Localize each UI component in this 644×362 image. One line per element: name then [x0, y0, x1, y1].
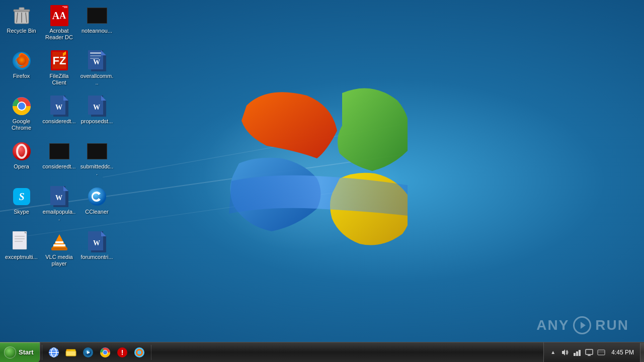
- filezilla-label: FileZilla Client: [42, 73, 76, 86]
- desktop-icon-overallcomm[interactable]: W overallcomm...: [78, 48, 116, 93]
- svg-text:S: S: [19, 191, 24, 202]
- ccleaner-label: CCleaner: [85, 209, 108, 215]
- desktop-icon-exceptmulti[interactable]: exceptmulti...: [3, 229, 40, 274]
- svg-rect-45: [53, 244, 65, 246]
- svg-text:W: W: [55, 194, 62, 202]
- svg-rect-46: [55, 241, 63, 243]
- svg-marker-36: [63, 186, 68, 191]
- acrobat-label: Acrobat Reader DC: [42, 28, 76, 41]
- consideredt2-label: consideredt...: [42, 163, 75, 170]
- desktop-icons-area: Recycle Bin A Acrobat Reader DC noteanno…: [3, 3, 116, 274]
- start-label: Start: [19, 348, 34, 356]
- show-desktop-button[interactable]: [640, 343, 644, 362]
- submitteddc-label: submitteddc...: [80, 163, 114, 176]
- svg-text:!: !: [121, 348, 123, 356]
- svg-rect-38: [13, 231, 27, 249]
- tray-notification-icon[interactable]: [596, 347, 606, 357]
- acrobat-icon: A: [49, 6, 69, 26]
- tray-expand-icon[interactable]: ▲: [548, 347, 558, 357]
- desktop-icon-skype[interactable]: S Skype: [3, 184, 40, 229]
- recycle-bin-label: Recycle Bin: [7, 28, 36, 34]
- consideredt1-label: consideredt...: [42, 118, 75, 125]
- desktop-icon-consideredt2[interactable]: consideredt...: [40, 138, 78, 184]
- svg-rect-75: [586, 349, 593, 354]
- desktop-icon-ccleaner[interactable]: CCleaner: [78, 184, 116, 229]
- svg-rect-59: [66, 351, 76, 356]
- proposedst-icon: W: [87, 96, 107, 116]
- desktop-icon-noteannounce[interactable]: noteannou...: [78, 3, 116, 48]
- tray-network-icon[interactable]: [572, 347, 582, 357]
- desktop-icon-recycle-bin[interactable]: Recycle Bin: [3, 3, 40, 48]
- taskbar-quick-launch: !: [44, 344, 149, 360]
- skype-icon: S: [12, 187, 32, 207]
- overallcomm-label: overallcomm...: [80, 73, 114, 86]
- svg-text:W: W: [93, 239, 100, 247]
- desktop-icon-vlc[interactable]: VLC media player: [40, 229, 78, 274]
- svg-rect-72: [574, 353, 576, 356]
- svg-point-37: [88, 188, 106, 206]
- anyrun-text: ANY: [536, 317, 569, 333]
- overallcomm-icon: W: [87, 51, 107, 71]
- svg-marker-71: [562, 349, 565, 355]
- forumcontri-icon: W: [87, 232, 107, 252]
- desktop-icon-submitteddc[interactable]: submitteddc...: [78, 138, 116, 184]
- svg-marker-51: [101, 231, 106, 236]
- svg-rect-47: [51, 247, 67, 250]
- svg-rect-73: [576, 351, 578, 356]
- svg-text:FZ: FZ: [52, 54, 66, 67]
- noteannounce-label: noteannou...: [82, 28, 112, 34]
- taskbar-firefox-icon[interactable]: [131, 344, 147, 360]
- system-clock[interactable]: 4:45 PM: [608, 349, 637, 356]
- svg-rect-2: [19, 8, 24, 10]
- forumcontri-label: forumcontri...: [80, 254, 113, 260]
- desktop-icon-filezilla[interactable]: FZ FileZilla Client: [40, 48, 78, 93]
- vlc-icon: [49, 232, 69, 252]
- taskbar-separator-1: [42, 345, 42, 360]
- desktop-icon-chrome[interactable]: Google Chrome: [3, 93, 40, 138]
- skype-label: Skype: [14, 209, 29, 215]
- desktop: ANY RUN Recycle Bin A: [0, 0, 644, 362]
- exceptmulti-label: exceptmulti...: [5, 254, 38, 260]
- taskbar-chrome-icon[interactable]: [97, 344, 113, 360]
- svg-text:W: W: [55, 104, 62, 111]
- taskbar-explorer-icon[interactable]: [63, 344, 79, 360]
- recycle-bin-icon: [12, 6, 32, 26]
- emailpopula-icon: W: [49, 187, 69, 207]
- svg-rect-12: [90, 52, 101, 54]
- anyrun-watermark: ANY RUN: [536, 316, 629, 334]
- tray-volume-icon[interactable]: [560, 347, 570, 357]
- desktop-icon-proposedst[interactable]: W proposedst...: [78, 93, 116, 138]
- taskbar-separator-2: [151, 345, 151, 360]
- opera-label: Opera: [14, 163, 29, 170]
- svg-rect-74: [579, 350, 581, 356]
- desktop-icon-consideredt1[interactable]: W consideredt...: [40, 93, 78, 138]
- taskbar-media-player-icon[interactable]: [80, 344, 96, 360]
- consideredt1-icon: W: [49, 96, 69, 116]
- svg-rect-78: [598, 350, 605, 355]
- svg-marker-17: [101, 50, 106, 55]
- taskbar-ie-icon[interactable]: [46, 344, 62, 360]
- taskbar-stop-icon[interactable]: !: [114, 344, 130, 360]
- clock-time: 4:45 PM: [611, 349, 634, 356]
- svg-text:W: W: [93, 58, 100, 66]
- ccleaner-icon: [87, 187, 107, 207]
- emailpopula-label: emailpopula...: [42, 209, 76, 222]
- submitteddc-icon: [87, 141, 107, 161]
- proposedst-label: proposedst...: [81, 118, 113, 125]
- svg-point-70: [137, 350, 141, 354]
- filezilla-icon: FZ: [49, 51, 69, 71]
- desktop-icon-opera[interactable]: Opera: [3, 138, 40, 184]
- desktop-icon-firefox[interactable]: Firefox: [3, 48, 40, 93]
- firefox-label: Firefox: [13, 73, 30, 79]
- desktop-icon-acrobat[interactable]: A Acrobat Reader DC: [40, 3, 78, 48]
- tray-display-icon[interactable]: [584, 347, 594, 357]
- taskbar: Start: [0, 342, 644, 362]
- start-button[interactable]: Start: [0, 342, 40, 363]
- noteannounce-icon: [87, 6, 107, 26]
- start-orb-icon: [4, 346, 16, 358]
- opera-icon: [12, 141, 32, 161]
- svg-point-20: [18, 103, 25, 110]
- system-tray: ▲: [543, 342, 640, 363]
- desktop-icon-emailpopula[interactable]: W emailpopula...: [40, 184, 78, 229]
- desktop-icon-forumcontri[interactable]: W forumcontri...: [78, 229, 116, 274]
